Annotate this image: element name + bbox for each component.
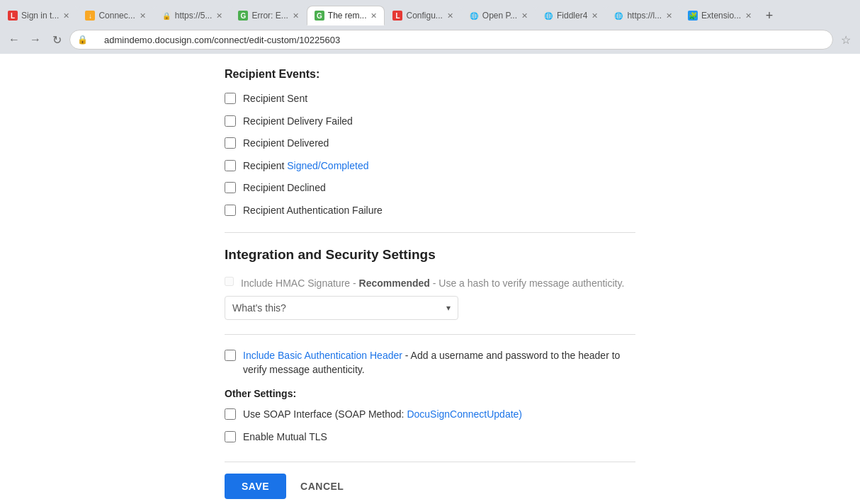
tab-close-icon[interactable]: ✕ [741,11,752,21]
tab-close-icon[interactable]: ✕ [212,11,222,21]
tab-close-icon[interactable]: ✕ [288,11,299,21]
tab-https5[interactable]: 🔒 https://5... ✕ [154,6,231,25]
forward-button[interactable]: → [27,31,44,48]
new-tab-button[interactable]: + [759,6,779,25]
recipient-auth-failure-label: Recipient Authentication Failure [243,204,383,218]
address-bar-row: ← → ↻ 🔒 admindemo.docusign.com/connect/e… [0,25,860,54]
tab-favicon: L [392,11,402,21]
checkbox-row-declined: Recipient Declined [225,181,635,195]
hmac-checkbox [225,277,234,286]
whats-this-dropdown[interactable]: What's this? ▾ [225,296,458,320]
tab-openp[interactable]: 🌐 Open P... ✕ [461,6,536,25]
recipient-auth-failure-checkbox[interactable] [225,205,236,216]
basic-auth-checkbox[interactable] [225,350,236,361]
divider-1 [225,232,635,233]
refresh-button[interactable]: ↻ [48,31,65,48]
chevron-down-icon: ▾ [446,303,451,313]
tab-config[interactable]: L Configu... ✕ [385,6,460,25]
tab-close-icon[interactable]: ✕ [443,11,453,21]
recipient-delivered-label: Recipient Delivered [243,137,329,151]
mutual-tls-checkbox[interactable] [225,431,236,442]
recipient-signed-checkbox[interactable] [225,160,236,171]
recipient-declined-checkbox[interactable] [225,182,236,193]
tab-connect[interactable]: ↓ Connec... ✕ [77,6,153,25]
hmac-checkbox-row: Include HMAC Signature - Recommended - U… [225,277,635,291]
tab-favicon: 🧩 [688,11,698,21]
recipient-declined-label: Recipient Declined [243,181,326,195]
tab-favicon: 🌐 [613,11,623,21]
soap-checkbox[interactable] [225,408,236,420]
tab-bar: L Sign in t... ✕ ↓ Connec... ✕ 🔒 https:/… [0,0,860,25]
mutual-tls-checkbox-row: Enable Mutual TLS [225,430,635,445]
tab-error[interactable]: G Error: E... ✕ [230,6,306,25]
checkbox-row-auth-failure: Recipient Authentication Failure [225,204,635,218]
recipient-sent-checkbox[interactable] [225,93,236,104]
tab-close-icon[interactable]: ✕ [366,11,377,21]
tab-favicon: 🌐 [543,11,553,21]
save-button[interactable]: SAVE [225,474,286,499]
tab-favicon: G [238,11,248,21]
tab-extension[interactable]: 🧩 Extensio... ✕ [680,6,759,25]
checkbox-row-delivered: Recipient Delivered [225,137,635,151]
lock-icon: 🔒 [77,35,88,45]
form-container: Recipient Events: Recipient Sent Recipie… [210,54,650,504]
recipient-signed-label: Recipient Signed/Completed [243,159,368,173]
hmac-label: Include HMAC Signature - Recommended - U… [241,277,624,291]
tab-favicon: 🌐 [469,11,479,21]
whats-this-label: What's this? [232,302,446,314]
basic-auth-section: Include Basic Authentication Header - Ad… [225,349,635,377]
tab-close-icon[interactable]: ✕ [517,11,528,21]
recipient-events-title: Recipient Events: [225,68,635,81]
checkbox-row-sent: Recipient Sent [225,92,635,106]
checkbox-row-delivery-failed: Recipient Delivery Failed [225,115,635,129]
tab-favicon: 🔒 [162,11,171,21]
soap-label: Use SOAP Interface (SOAP Method: DocuSig… [243,408,522,422]
basic-auth-label: Include Basic Authentication Header - Ad… [243,349,635,377]
integration-security-title: Integration and Security Settings [225,247,635,263]
soap-checkbox-row: Use SOAP Interface (SOAP Method: DocuSig… [225,408,635,422]
tab-close-icon[interactable]: ✕ [59,11,69,21]
button-row: SAVE CANCEL [225,462,635,499]
basic-auth-checkbox-row: Include Basic Authentication Header - Ad… [225,349,635,377]
tab-favicon: L [8,11,18,21]
tab-fiddler[interactable]: 🌐 Fiddler4 ✕ [536,6,606,25]
tab-signin[interactable]: L Sign in t... ✕ [0,6,77,25]
bookmark-icon[interactable]: ☆ [837,31,854,48]
tab-favicon: ↓ [85,11,95,21]
recipient-delivered-checkbox[interactable] [225,137,236,149]
other-settings-title: Other Settings: [225,388,635,399]
hmac-section: Include HMAC Signature - Recommended - U… [225,277,635,321]
recipient-sent-label: Recipient Sent [243,92,307,106]
browser-chrome: L Sign in t... ✕ ↓ Connec... ✕ 🔒 https:/… [0,0,860,54]
recipient-delivery-failed-checkbox[interactable] [225,115,236,127]
tab-close-icon[interactable]: ✕ [135,11,146,21]
tab-favicon: G [315,11,324,21]
address-bar[interactable]: 🔒 admindemo.docusign.com/connect/edit-cu… [69,30,833,50]
checkbox-row-signed: Recipient Signed/Completed [225,159,635,173]
mutual-tls-label: Enable Mutual TLS [243,430,327,445]
soap-link-text: DocuSignConnectUpdate) [407,408,522,420]
page-content: Recipient Events: Recipient Sent Recipie… [0,54,860,504]
tab-therem[interactable]: G The rem... ✕ [307,6,385,25]
cancel-button[interactable]: CANCEL [300,474,344,499]
basic-auth-link-text: Include Basic Authentication Header [243,350,402,361]
address-text: admindemo.docusign.com/connect/edit-cust… [104,35,340,45]
tab-close-icon[interactable]: ✕ [587,11,598,21]
tab-httpsl[interactable]: 🌐 https://l... ✕ [606,6,680,25]
recipient-delivery-failed-label: Recipient Delivery Failed [243,115,353,129]
back-button[interactable]: ← [6,31,23,48]
divider-2 [225,334,635,335]
tab-close-icon[interactable]: ✕ [662,11,672,21]
